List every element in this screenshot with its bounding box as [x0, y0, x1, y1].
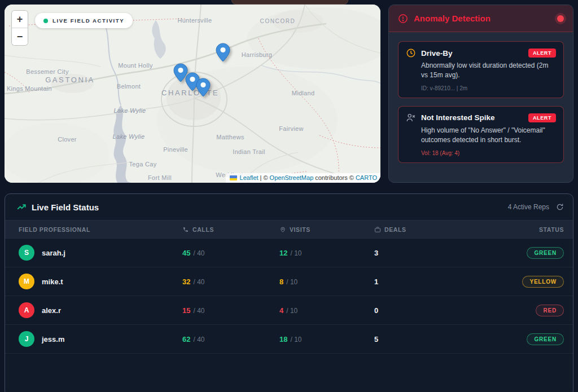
map-label: Midland [292, 90, 315, 96]
column-status: STATUS [539, 226, 564, 233]
column-deals: DEALS [374, 226, 485, 233]
column-field-professional: FIELD PROFESSIONAL [19, 226, 182, 233]
alert-meta: Vol: 18 (Avg: 4) [406, 150, 556, 156]
anomaly-panel-title: Anomaly Detection [414, 14, 551, 23]
rep-name: jess.m [42, 335, 64, 343]
avatar: A [19, 302, 34, 318]
map-marker-icon[interactable] [196, 78, 211, 97]
phone-icon [182, 226, 189, 233]
calls-value: 15 [182, 306, 190, 315]
alert-badge: ALERT [528, 113, 556, 122]
alert-meta: ID: v-89210... | 2m [406, 85, 556, 91]
refresh-button[interactable] [556, 203, 564, 211]
visits-target: / 10 [286, 307, 297, 315]
calls-target: / 40 [193, 307, 204, 315]
status-badge: RED [536, 305, 564, 316]
attribution-text: | © [260, 174, 268, 181]
map-label: Harrisburg [242, 51, 272, 58]
map-label: CONCORD [260, 18, 296, 24]
alert-description: High volume of "No Answer" / "Voicemail"… [406, 126, 556, 146]
column-label: CALLS [192, 226, 214, 233]
map-label: Bessemer City [26, 68, 68, 75]
table-row: J jess.m 62/ 40 18/ 10 5 GREEN [5, 325, 573, 354]
attribution-text: contributors © [315, 174, 354, 181]
rep-name: mike.t [42, 278, 63, 286]
calls-value: 32 [182, 278, 190, 286]
map-pin-icon [279, 226, 286, 233]
deals-value: 1 [374, 278, 485, 286]
calls-target: / 40 [193, 336, 204, 343]
map-label: Huntersville [177, 17, 212, 24]
zoom-out-button[interactable]: − [12, 28, 28, 45]
avatar: J [19, 331, 34, 347]
map-label: Fort Mill [148, 174, 172, 181]
map-label: Matthews [216, 134, 244, 140]
deals-value: 5 [374, 335, 485, 343]
map-label: GASTONIA [45, 76, 95, 84]
calls-value: 62 [182, 335, 190, 343]
status-panel-title: Live Field Status [32, 202, 508, 212]
map-label: Fairview [279, 125, 303, 132]
alert-card-not-interested-spike[interactable]: Not Interested Spike ALERT High volume o… [398, 106, 564, 163]
alert-circle-icon [398, 14, 408, 24]
avatar: M [19, 274, 34, 289]
map-label: Clover [58, 136, 77, 143]
avatar: S [19, 245, 34, 261]
column-label: VISITS [290, 226, 310, 233]
live-badge-label: LIVE FIELD ACTIVITY [52, 17, 124, 24]
map-marker-icon[interactable] [216, 43, 230, 62]
active-reps-count: 4 Active Reps [508, 203, 549, 211]
status-badge: GREEN [527, 247, 564, 259]
alert-title: Not Interested Spike [421, 113, 523, 122]
calls-target: / 40 [193, 249, 204, 257]
clock-icon [406, 48, 416, 58]
map-attribution: Leaflet | © OpenStreetMap contributors ©… [226, 173, 380, 183]
map-label: Lake Wylie [114, 107, 146, 114]
carto-link[interactable]: CARTO [356, 174, 377, 181]
table-row: M mike.t 32/ 40 8/ 10 1 YELLOW [5, 267, 573, 296]
map-label: Kings Mountain [7, 85, 52, 92]
rep-name: sarah.j [42, 249, 65, 257]
dashboard: Huntersville CONCORD Harrisburg Mount Ho… [0, 0, 578, 392]
map-label: Pineville [163, 146, 188, 153]
anomaly-panel-header: Anomaly Detection [389, 5, 573, 32]
live-field-status-panel: Live Field Status 4 Active Reps FIELD PR… [5, 193, 573, 392]
table-row: S sarah.j 45/ 40 12/ 10 3 GREEN [5, 239, 573, 267]
table-row: A alex.r 15/ 40 4/ 10 0 RED [5, 296, 573, 325]
visits-target: / 10 [290, 249, 301, 257]
status-badge: YELLOW [522, 276, 564, 288]
zoom-in-button[interactable]: + [12, 11, 28, 28]
live-map-panel: Huntersville CONCORD Harrisburg Mount Ho… [5, 5, 380, 183]
alert-badge: ALERT [528, 49, 556, 58]
alert-status-dot-icon [557, 15, 564, 22]
live-dot-icon [43, 19, 48, 23]
deals-value: 0 [374, 306, 485, 315]
map-label: Belmont [117, 83, 141, 90]
briefcase-icon [374, 226, 381, 233]
column-label: FIELD PROFESSIONAL [19, 226, 90, 233]
ukraine-flag-icon [230, 175, 237, 180]
calls-value: 45 [182, 249, 190, 257]
map-label: Mount Holly [118, 62, 152, 69]
visits-value: 18 [279, 335, 287, 343]
user-x-icon [406, 113, 416, 123]
calls-target: / 40 [193, 278, 204, 286]
alert-card-drive-by[interactable]: Drive-By ALERT Abnormally low visit dura… [398, 41, 564, 98]
map-zoom-control: + − [11, 10, 28, 46]
column-label: DEALS [384, 226, 406, 233]
toast-notification [231, 0, 348, 5]
anomaly-detection-panel: Anomaly Detection Drive-By ALERT Abnorma… [388, 5, 573, 183]
column-visits: VISITS [279, 226, 374, 233]
live-field-activity-badge: LIVE FIELD ACTIVITY [35, 13, 133, 28]
refresh-icon [556, 203, 564, 211]
trending-up-icon [16, 202, 27, 212]
openstreetmap-link[interactable]: OpenStreetMap [270, 174, 314, 181]
deals-value: 3 [374, 249, 485, 257]
visits-target: / 10 [286, 278, 297, 286]
status-badge: GREEN [527, 333, 564, 345]
alert-title: Drive-By [421, 49, 523, 58]
leaflet-link[interactable]: Leaflet [240, 174, 259, 181]
visits-value: 12 [279, 249, 287, 257]
map-label: Tega Cay [129, 161, 157, 168]
map-label: Indian Trail [233, 148, 265, 155]
